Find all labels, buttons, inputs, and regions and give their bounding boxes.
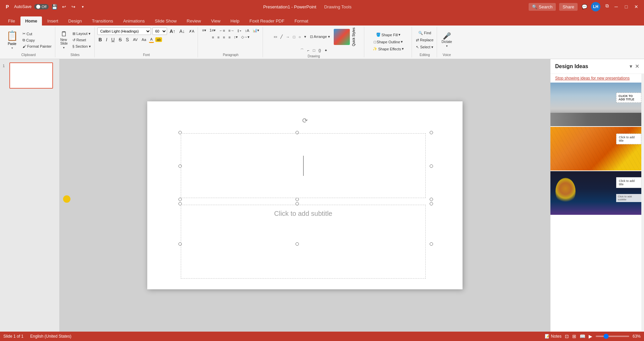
italic-button[interactable]: I — [105, 36, 109, 43]
close-button[interactable]: ✕ — [632, 2, 641, 11]
subtitle-textbox[interactable]: Click to add subtitle — [181, 205, 426, 279]
align-center-button[interactable]: ≡ — [216, 34, 221, 40]
new-slide-button[interactable]: 🗒 NewSlide ▾ — [58, 30, 70, 50]
user-avatar[interactable]: LH — [591, 2, 600, 11]
change-case-button[interactable]: Aa — [140, 37, 147, 42]
font-size-select[interactable]: 60 — [152, 28, 167, 35]
convert-smartart-button[interactable]: ◇→▾ — [240, 34, 251, 40]
shape-fill-button[interactable]: 🪣 Shape Fill ▾ — [375, 32, 402, 38]
text-direction-button[interactable]: ↕A — [244, 28, 251, 33]
tab-home[interactable]: Home — [20, 16, 42, 26]
shape-equation-button[interactable]: {} — [317, 47, 322, 54]
new-slide-dropdown[interactable]: ▾ — [63, 46, 65, 49]
slide-show-button[interactable]: ▶ — [589, 334, 592, 339]
increase-font-button[interactable]: A↑ — [168, 28, 177, 35]
tab-insert[interactable]: Insert — [43, 16, 63, 26]
dictate-button[interactable]: 🎤 Dictate ▾ — [440, 32, 453, 49]
slide-thumbnail-1[interactable] — [9, 62, 53, 89]
columns-button[interactable]: ⫿▾ — [236, 28, 243, 33]
design-idea-3[interactable]: Click to addtitle Click to add subtitle — [550, 171, 644, 215]
strikethrough-button[interactable]: S — [117, 36, 123, 43]
shape-more-button[interactable]: ▾ — [303, 34, 308, 40]
stop-showing-link[interactable]: Stop showing ideas for new presentations — [550, 74, 644, 83]
tab-foxit[interactable]: Foxit Reader PDF — [245, 16, 289, 26]
save-button[interactable]: 💾 — [51, 3, 58, 10]
shape-more2-button[interactable]: ✦ — [323, 47, 329, 54]
design-idea-1[interactable]: CLICK TOADD TITLE — [550, 83, 644, 126]
quick-styles-button[interactable] — [334, 29, 350, 45]
shape-rect2-button[interactable]: □ — [292, 34, 297, 40]
tab-view[interactable]: View — [206, 16, 225, 26]
tab-slideshow[interactable]: Slide Show — [150, 16, 181, 26]
align-right-button[interactable]: ≡ — [222, 34, 226, 40]
justify-button[interactable]: ≡ — [227, 34, 232, 40]
shape-curve-button[interactable]: ⌒ — [299, 47, 305, 54]
char-spacing-button[interactable]: AV — [131, 37, 139, 42]
select-button[interactable]: ↖ Select ▾ — [415, 44, 435, 50]
customize-qat-button[interactable]: ▾ — [79, 3, 86, 10]
copy-button[interactable]: ⧉ Copy — [21, 37, 53, 43]
section-button[interactable]: § Section ▾ — [71, 44, 92, 49]
arrange-button[interactable]: ⊡ Arrange ▾ — [308, 34, 332, 40]
font-color-button[interactable]: A — [149, 37, 154, 43]
decrease-indent-button[interactable]: ←≡ — [218, 28, 226, 33]
shape-circle-button[interactable]: ○ — [297, 34, 302, 40]
subtitle-selection-handle-br[interactable] — [430, 242, 433, 246]
shape-elbow-button[interactable]: ⌐ — [306, 47, 311, 54]
reset-button[interactable]: ↺ Reset — [71, 37, 92, 43]
zoom-slider[interactable] — [596, 336, 629, 337]
share-button[interactable]: Share — [559, 3, 578, 11]
title-selection-handle-bl[interactable] — [178, 198, 182, 201]
maximize-button[interactable]: □ — [622, 2, 631, 11]
dictate-dropdown[interactable]: ▾ — [446, 44, 448, 48]
highlight-button[interactable]: ab — [155, 37, 162, 42]
align-left-button[interactable]: ≡ — [211, 34, 215, 40]
tab-review[interactable]: Review — [182, 16, 206, 26]
canvas-area[interactable]: ⟳ Click to add subtitle — [60, 59, 550, 332]
underline-button[interactable]: U — [110, 36, 116, 43]
title-selection-handle-br[interactable] — [430, 198, 433, 201]
shape-arrow-button[interactable]: → — [285, 34, 291, 40]
tab-help[interactable]: Help — [226, 16, 244, 26]
shape-callout-button[interactable]: □ — [312, 47, 317, 54]
format-painter-button[interactable]: 🖌 Format Painter — [21, 44, 53, 49]
title-selection-handle-tr[interactable] — [430, 131, 433, 134]
shape-line-button[interactable]: ╱ — [279, 34, 284, 40]
clear-format-button[interactable]: ✗A — [187, 29, 196, 34]
increase-indent-button[interactable]: ≡→ — [227, 28, 235, 33]
slide-item-1[interactable]: 1 — [3, 62, 57, 89]
minimize-button[interactable]: ─ — [612, 2, 621, 11]
layout-button[interactable]: ⊞ Layout ▾ — [71, 31, 92, 37]
title-selection-handle-bc[interactable] — [296, 198, 299, 201]
decrease-font-button[interactable]: A↓ — [178, 28, 186, 35]
undo-button[interactable]: ↩ — [61, 3, 67, 10]
restore-down-button[interactable]: ⧉ — [604, 2, 610, 9]
title-selection-handle-mr[interactable] — [430, 164, 433, 168]
reading-view-button[interactable]: 📖 — [580, 334, 585, 339]
rotate-handle[interactable]: ⟳ — [302, 116, 308, 125]
font-name-select[interactable]: Calibri Light (Headings) — [97, 28, 151, 35]
line-spacing-button[interactable]: ↕▾ — [232, 34, 239, 40]
tab-design[interactable]: Design — [64, 16, 87, 26]
design-idea-2[interactable]: Click to addtitle — [550, 127, 644, 170]
paste-button[interactable]: 📋 Paste ▾ — [4, 29, 20, 51]
shape-outline-button[interactable]: □ Shape Outline ▾ — [372, 39, 404, 45]
cut-button[interactable]: ✂ Cut — [21, 31, 53, 37]
design-panel-scrollbar[interactable] — [641, 74, 644, 331]
search-button[interactable]: 🔍 Search — [529, 3, 556, 11]
paste-dropdown[interactable]: ▾ — [11, 46, 13, 50]
close-design-panel-icon[interactable]: ✕ — [635, 63, 639, 69]
shape-effects-button[interactable]: ✨ Shape Effects ▾ — [371, 46, 405, 52]
slide-canvas[interactable]: ⟳ Click to add subtitle — [147, 101, 463, 289]
collapse-icon[interactable]: ▾ — [630, 63, 632, 69]
shadow-button[interactable]: S — [124, 36, 130, 43]
bold-button[interactable]: B — [97, 36, 103, 43]
tab-transitions[interactable]: Transitions — [87, 16, 118, 26]
redo-button[interactable]: ↪ — [70, 3, 77, 10]
numbering-button[interactable]: 1≡▾ — [208, 28, 217, 33]
replace-button[interactable]: ⇄ Replace — [415, 37, 435, 43]
tab-format[interactable]: Format — [290, 16, 313, 26]
slide-sorter-button[interactable]: ⊞ — [572, 334, 576, 339]
title-textbox[interactable] — [181, 133, 426, 198]
tab-file[interactable]: File — [3, 16, 20, 26]
